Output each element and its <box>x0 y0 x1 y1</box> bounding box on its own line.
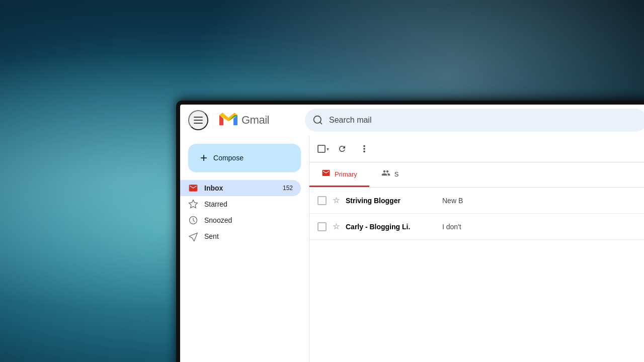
email-toolbar: ▾ <box>309 136 644 162</box>
more-options-button[interactable] <box>355 140 373 158</box>
star-toggle[interactable]: ☆ <box>333 196 340 205</box>
tab-primary[interactable]: Primary <box>309 162 369 187</box>
select-all-checkbox[interactable] <box>317 145 326 153</box>
send-icon <box>188 231 198 241</box>
svg-point-5 <box>363 145 365 147</box>
social-tab-icon <box>381 168 390 179</box>
email-row[interactable]: ☆ Carly - Blogging Li. I don't <box>309 214 644 240</box>
inbox-badge: 152 <box>283 185 293 192</box>
svg-point-6 <box>363 148 365 150</box>
compose-button[interactable]: + Compose <box>188 144 301 172</box>
star-toggle[interactable]: ☆ <box>333 222 340 231</box>
email-preview: I don't <box>442 223 644 231</box>
star-icon <box>188 199 198 209</box>
email-checkbox[interactable] <box>317 222 327 231</box>
search-icon <box>313 115 323 125</box>
email-row[interactable]: ☆ Striving Blogger New B <box>309 188 644 214</box>
search-placeholder: Search mail <box>329 116 371 125</box>
select-all-control[interactable]: ▾ <box>317 145 329 153</box>
inbox-icon <box>188 183 198 193</box>
gmail-wordmark: Gmail <box>242 114 269 127</box>
svg-point-7 <box>363 151 365 153</box>
search-bar[interactable]: Search mail <box>305 109 644 132</box>
email-list: ☆ Striving Blogger New B ☆ Carly - Blogg… <box>309 188 644 362</box>
hamburger-icon <box>194 117 203 124</box>
email-sender: Carly - Blogging Li. <box>346 223 436 231</box>
sent-label: Sent <box>204 232 293 240</box>
more-icon <box>363 144 365 153</box>
sidebar-item-snoozed[interactable]: Snoozed <box>180 212 301 228</box>
refresh-icon <box>338 144 347 153</box>
email-checkbox[interactable] <box>317 196 327 205</box>
sidebar-item-sent[interactable]: Sent <box>180 228 301 244</box>
starred-label: Starred <box>204 200 293 208</box>
email-tabs: Primary S <box>309 162 644 188</box>
compose-label: Compose <box>213 154 244 162</box>
primary-tab-icon <box>321 168 331 179</box>
gmail-body: + Compose Inbox 152 <box>180 136 644 362</box>
sidebar-item-starred[interactable]: Starred <box>180 196 301 212</box>
email-sender: Striving Blogger <box>346 197 436 205</box>
clock-icon <box>188 215 198 225</box>
sidebar-item-inbox[interactable]: Inbox 152 <box>180 180 301 196</box>
compose-plus-icon: + <box>200 152 207 164</box>
sidebar: + Compose Inbox 152 <box>180 136 309 362</box>
gmail-logo <box>212 114 230 127</box>
refresh-button[interactable] <box>333 140 351 158</box>
snoozed-label: Snoozed <box>204 216 293 224</box>
primary-tab-label: Primary <box>335 170 357 178</box>
email-preview: New B <box>442 197 644 205</box>
social-tab-label: S <box>394 170 399 178</box>
gmail-header: Gmail Search mail <box>180 105 644 136</box>
inbox-label: Inbox <box>204 184 277 192</box>
email-main-panel: ▾ <box>309 136 644 362</box>
select-dropdown-arrow[interactable]: ▾ <box>327 146 329 152</box>
hamburger-button[interactable] <box>188 110 208 130</box>
tab-social[interactable]: S <box>369 162 411 187</box>
